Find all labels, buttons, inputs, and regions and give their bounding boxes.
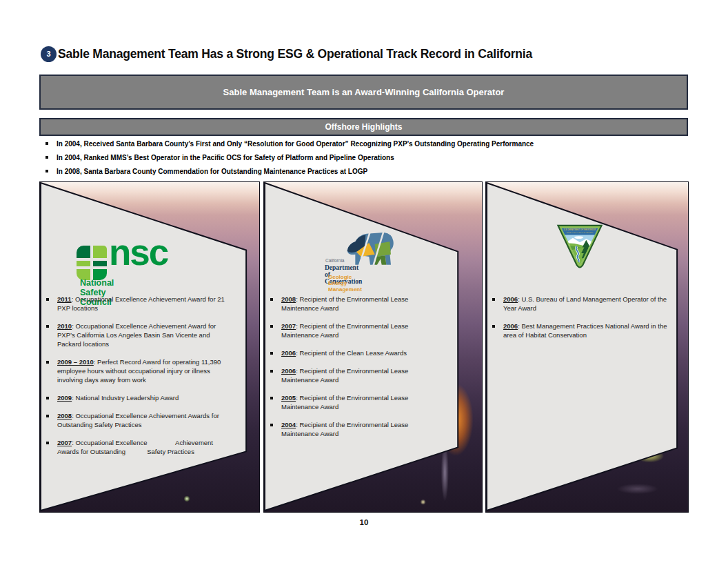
award-text: : Recipient of the Clean Lease Awards xyxy=(296,349,407,357)
award-text: : Best Management Practices National Awa… xyxy=(503,322,669,339)
bullet-square-icon xyxy=(492,325,495,328)
award-year: 2007 xyxy=(281,322,296,330)
award-item: 2007: Recipient of the Environmental Lea… xyxy=(264,322,447,339)
bullet-square-icon xyxy=(46,142,48,145)
award-item: 2004: Recipient of the Environmental Lea… xyxy=(264,420,447,438)
award-item: 2009: National Industry Leadership Award xyxy=(40,393,234,402)
bullet-square-icon xyxy=(46,298,49,301)
award-year: 2006 xyxy=(503,295,518,303)
bullet-square-icon xyxy=(46,156,48,159)
award-text: : Recipient of the Environmental Lease M… xyxy=(281,367,410,384)
slide: 3 Sable Management Team Has a Strong ESG… xyxy=(0,0,728,563)
bullet-square-icon xyxy=(46,442,49,444)
award-year: 2006 xyxy=(503,322,518,330)
award-text: : Occupational Excellence Achievement Aw… xyxy=(57,412,221,428)
award-year: 2005 xyxy=(281,394,296,402)
award-text: : Recipient of the Environmental Lease M… xyxy=(281,421,410,437)
award-text: : U.S. Bureau of Land Management Operato… xyxy=(503,295,669,312)
award-text: : Recipient of the Environmental Lease M… xyxy=(281,295,410,312)
offshore-highlights-banner: Offshore Highlights xyxy=(39,118,688,136)
bullet-square-icon xyxy=(270,298,273,301)
panel-national-safety-council: nsc National Safety Council 2011: Occupa… xyxy=(39,181,260,513)
award-item: 2006: Best Management Practices National… xyxy=(486,322,677,339)
award-text: : Recipient of the Environmental Lease M… xyxy=(281,394,410,411)
award-item: 2011: Occupational Excellence Achievemen… xyxy=(40,295,234,313)
award-text: : National Industry Leadership Award xyxy=(72,394,179,402)
award-item: 2009 – 2010: Perfect Record Award for op… xyxy=(40,357,234,384)
award-year: 2007 xyxy=(57,439,72,446)
award-year: 2004 xyxy=(281,421,296,428)
bullet-square-icon xyxy=(270,352,273,355)
bullet-square-icon xyxy=(46,325,49,328)
page-title: Sable Management Team Has a Strong ESG &… xyxy=(58,47,532,61)
award-year: 2010 xyxy=(57,322,72,330)
bullet-square-icon xyxy=(46,397,49,399)
blm-arc-line1: U.S. DEPARTMENT OF THE INTERIOR xyxy=(564,228,596,231)
blm-triangle-icon: U.S. DEPARTMENT OF THE INTERIOR BUREAU O… xyxy=(552,224,607,269)
bullet-square-icon xyxy=(46,415,49,417)
offshore-highlights-text: Offshore Highlights xyxy=(325,122,403,132)
award-year: 2011 xyxy=(57,295,72,303)
highlight-item: In 2004, Received Santa Barbara County’s… xyxy=(43,140,677,148)
blm-arc-line2: BUREAU OF LAND MANAGEMENT xyxy=(567,232,594,234)
bullet-square-icon xyxy=(270,325,273,328)
slide-number-badge: 3 xyxy=(41,46,57,62)
bullet-square-icon xyxy=(46,361,49,364)
bullet-square-icon xyxy=(492,298,495,301)
award-year: 2009 xyxy=(57,394,72,402)
bullet-square-icon xyxy=(270,424,273,426)
panel-california-dept-conservation: California Department of Conservation Ge… xyxy=(263,181,483,513)
calgem-awards-list: 2008: Recipient of the Environmental Lea… xyxy=(264,295,447,447)
bullet-square-icon xyxy=(270,397,273,399)
bullet-square-icon xyxy=(270,370,273,373)
blm-awards-list: 2006: U.S. Bureau of Land Management Ope… xyxy=(486,295,677,348)
award-item: 2008: Recipient of the Environmental Lea… xyxy=(264,295,447,313)
offshore-highlights-list: In 2004, Received Santa Barbara County’s… xyxy=(43,140,677,181)
award-item: 2006: Recipient of the Environmental Lea… xyxy=(264,366,447,384)
award-item: 2006: Recipient of the Clean Lease Award… xyxy=(264,348,447,357)
award-item: 2005: Recipient of the Environmental Lea… xyxy=(264,393,447,411)
award-year: 2006 xyxy=(281,367,296,375)
calgem-division-label: Geologic Energy Management xyxy=(328,274,362,293)
award-text: : Occupational Excellence Achievement Aw… xyxy=(57,322,218,348)
highlight-item: In 2008, Santa Barbara County Commendati… xyxy=(43,168,677,175)
award-text: : Recipient of the Environmental Lease M… xyxy=(281,322,410,339)
bullet-square-icon xyxy=(46,170,48,172)
highlight-text: In 2004, Ranked MMS’s Best Operator in t… xyxy=(57,154,394,161)
award-item: 2008: Occupational Excellence Achievemen… xyxy=(40,411,234,429)
panel-bureau-of-land-management: U.S. DEPARTMENT OF THE INTERIOR BUREAU O… xyxy=(485,181,689,513)
calgem-state-label: California xyxy=(325,258,344,263)
award-item: 2006: U.S. Bureau of Land Management Ope… xyxy=(486,295,677,313)
nsc-plus-icon xyxy=(77,246,108,280)
award-year: 2008 xyxy=(57,412,72,419)
highlight-text: In 2008, Santa Barbara County Commendati… xyxy=(57,168,367,175)
award-item: 2010: Occupational Excellence Achievemen… xyxy=(40,322,234,348)
award-text: : Occupational Excellence Achievement Aw… xyxy=(57,439,214,455)
award-year: 2009 – 2010 xyxy=(57,358,94,366)
award-item: 2007: Occupational Excellence Achievemen… xyxy=(40,438,234,456)
award-year: 2006 xyxy=(281,349,296,357)
primary-banner-text: Sable Management Team is an Award-Winnin… xyxy=(223,87,505,97)
highlight-text: In 2004, Received Santa Barbara County’s… xyxy=(57,140,534,148)
nsc-wordmark: nsc xyxy=(109,233,168,272)
award-text: : Occupational Excellence Achievement Aw… xyxy=(57,295,226,312)
award-year: 2008 xyxy=(281,295,296,303)
page-number: 10 xyxy=(0,518,728,526)
primary-banner: Sable Management Team is an Award-Winnin… xyxy=(39,75,688,110)
highlight-item: In 2004, Ranked MMS’s Best Operator in t… xyxy=(43,154,677,161)
nsc-awards-list: 2011: Occupational Excellence Achievemen… xyxy=(40,295,234,465)
